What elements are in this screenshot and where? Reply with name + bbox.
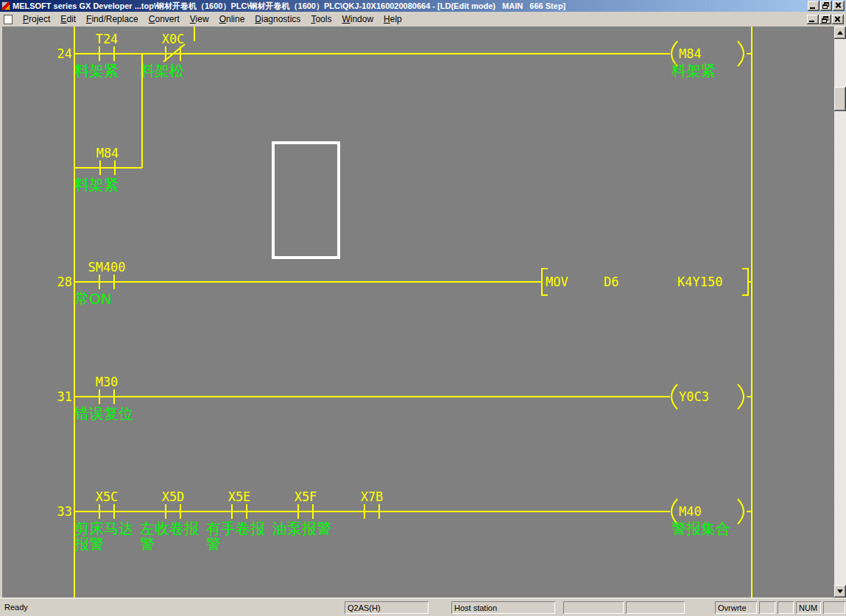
menu-view[interactable]: View: [185, 13, 214, 25]
status-empty-4: [778, 601, 794, 614]
coil-close-paren: [738, 384, 744, 409]
edit-cursor: [273, 143, 339, 258]
app-window: MELSOFT series GX Developer ...top\钢材开卷机…: [0, 0, 846, 616]
device-label: M30: [96, 375, 119, 389]
device-label: SM400: [88, 260, 125, 275]
device-comment: 报警: [74, 535, 104, 553]
coil-close-paren: [738, 41, 744, 66]
step-number: 28: [57, 275, 72, 289]
device-comment: 警: [206, 535, 221, 553]
ladder-rung-28[interactable]: 28SM400常ONMOVD6K4Y150: [57, 260, 752, 308]
scroll-down-button[interactable]: [834, 585, 846, 598]
device-comment: 常ON: [74, 290, 112, 308]
ladder-rung-33[interactable]: 33X5C剪床马达报警X5D左收卷报警X5E有手卷报警X5F油泵报警X7BM40…: [57, 489, 752, 553]
coil-close-paren: [738, 499, 744, 524]
status-num-lock: NUM: [796, 601, 821, 614]
instruction-operand: MOV: [546, 275, 568, 289]
ladder-rung-31[interactable]: 31M30错误复位Y0C3: [57, 375, 752, 422]
ladder-canvas[interactable]: 24T24料架紧X0C料架松M84料架紧M84料架紧28SM400常ONMOVD…: [0, 26, 834, 598]
doc-restore-button[interactable]: [819, 15, 831, 24]
device-label: M84: [96, 146, 119, 160]
device-label: X5D: [162, 489, 185, 504]
menu-edit[interactable]: Edit: [55, 13, 81, 25]
app-icon[interactable]: [1, 1, 10, 10]
window-controls: [808, 1, 845, 11]
menu-help[interactable]: Help: [378, 13, 407, 25]
status-empty-3: [759, 601, 775, 614]
status-station: Host station: [451, 601, 555, 614]
title-bar: MELSOFT series GX Developer ...top\钢材开卷机…: [0, 0, 846, 12]
scrollbar-thumb[interactable]: [834, 87, 846, 111]
instruction-operand: K4Y150: [677, 275, 722, 289]
close-button[interactable]: [833, 1, 845, 11]
device-comment: 错误复位: [74, 405, 133, 422]
device-comment: 料架紧: [74, 176, 119, 194]
arrow-down-icon: [837, 590, 843, 593]
coil-comment: 警报集合: [671, 520, 730, 537]
ladder-rung-24[interactable]: 24T24料架紧X0C料架松M84料架紧M84料架紧: [57, 32, 752, 194]
device-label: X5C: [96, 489, 119, 504]
vertical-scrollbar[interactable]: [834, 26, 846, 598]
step-number: 24: [57, 46, 72, 61]
arrow-up-icon: [837, 31, 843, 35]
document-icon[interactable]: [4, 15, 13, 24]
document-window-controls: [807, 15, 844, 24]
device-label: X7B: [361, 489, 384, 504]
window-title: MELSOFT series GX Developer ...top\钢材开卷机…: [13, 1, 808, 12]
menu-window[interactable]: Window: [336, 13, 378, 25]
coil-comment: 料架紧: [671, 62, 716, 79]
device-label: X5E: [228, 489, 251, 504]
status-empty-5: [823, 601, 845, 614]
step-number: 31: [57, 389, 72, 404]
device-label: T24: [96, 32, 119, 46]
window-frame-edge: [0, 26, 2, 598]
minimize-button[interactable]: [808, 1, 819, 11]
instruction-operand: D6: [604, 275, 618, 289]
status-edit-mode: Ovrwrte: [715, 601, 757, 614]
status-cpu-type: Q2AS(H): [345, 601, 429, 614]
menu-find-replace[interactable]: Find/Replace: [81, 13, 144, 25]
status-empty-2: [626, 601, 685, 614]
menu-bar: Project Edit Find/Replace Convert View O…: [0, 12, 846, 26]
menu-convert[interactable]: Convert: [144, 13, 185, 25]
status-bar: Ready Q2AS(H) Host station Ovrwrte NUM: [0, 600, 846, 616]
device-comment: 料架紧: [74, 62, 119, 79]
minimize-icon: [810, 7, 815, 9]
device-comment: 料架松: [140, 62, 184, 79]
device-label: X0C: [162, 32, 185, 46]
minimize-icon: [809, 21, 814, 22]
menu-online[interactable]: Online: [214, 13, 250, 25]
step-number: 33: [57, 504, 72, 519]
restore-button[interactable]: [820, 1, 832, 11]
coil-label: M84: [679, 46, 702, 61]
status-empty-1: [563, 601, 624, 614]
doc-close-button[interactable]: [832, 15, 844, 24]
status-ready: Ready: [4, 603, 28, 612]
coil-label: Y0C3: [679, 389, 709, 404]
coil-label: M40: [679, 504, 702, 519]
doc-minimize-button[interactable]: [807, 15, 819, 24]
instruction-close-bracket: [742, 269, 748, 295]
device-comment: 警: [140, 535, 155, 553]
device-comment: 油泵报警: [272, 520, 331, 537]
coil-open-paren: [671, 384, 677, 409]
menu-project[interactable]: Project: [18, 13, 55, 25]
menu-diagnostics[interactable]: Diagnostics: [250, 13, 306, 25]
menu-tools[interactable]: Tools: [306, 13, 336, 25]
device-label: X5F: [295, 489, 317, 504]
scroll-up-button[interactable]: [834, 26, 846, 39]
